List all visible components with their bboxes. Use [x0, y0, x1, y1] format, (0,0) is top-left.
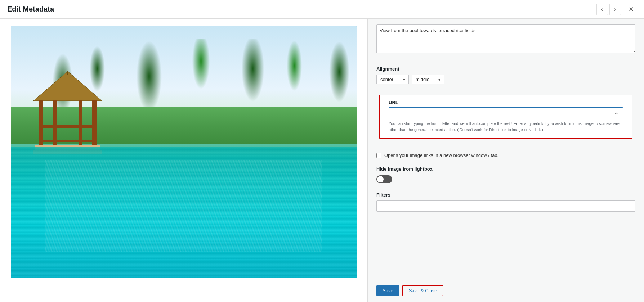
vertical-align-select[interactable]: middle top bottom none [412, 75, 444, 84]
description-section [368, 19, 644, 60]
app-container: Edit Metadata ‹ › ✕ [0, 0, 644, 302]
pool-scene [11, 26, 357, 278]
pool-water [11, 147, 357, 278]
lightbox-toggle-label: Hide image from lightbox [376, 166, 635, 172]
new-tab-row: Opens your image links in a new browser … [368, 149, 644, 162]
new-tab-checkbox[interactable] [376, 153, 381, 158]
url-input[interactable] [389, 108, 611, 118]
save-close-button[interactable]: Save & Close [402, 285, 444, 296]
gazebo [28, 71, 107, 154]
url-label: URL [389, 100, 623, 105]
form-footer: Save Save & Close [368, 279, 644, 302]
close-icon: ✕ [629, 5, 634, 13]
water-shimmer [45, 160, 322, 252]
lightbox-toggle[interactable] [376, 175, 392, 183]
filters-section: Filters [368, 188, 644, 217]
chevron-left-icon: ‹ [601, 6, 603, 13]
svg-rect-7 [39, 125, 97, 128]
toggle-knob [377, 176, 384, 182]
alignment-row: center left right none ▼ middle top bott… [376, 75, 635, 84]
vertical-align-wrapper: middle top bottom none ▼ [412, 75, 444, 84]
enter-icon: ↵ [611, 108, 623, 118]
alignment-label: Alignment [376, 66, 635, 72]
svg-rect-8 [39, 140, 97, 142]
chevron-right-icon: › [614, 6, 616, 13]
page-title: Edit Metadata [7, 5, 596, 13]
header-nav: ‹ › ✕ [596, 4, 637, 15]
next-button[interactable]: › [609, 4, 621, 15]
url-help-text: You can start typing the first 3 letter … [389, 121, 623, 132]
alignment-section: Alignment center left right none ▼ mi [368, 60, 644, 90]
horizontal-align-select[interactable]: center left right none [376, 75, 409, 84]
svg-marker-1 [33, 71, 102, 101]
url-input-wrapper: ↵ [389, 107, 623, 118]
url-section-outer: URL ↵ You can start typing the first 3 l… [368, 90, 644, 149]
header: Edit Metadata ‹ › ✕ [0, 0, 644, 19]
filters-label: Filters [376, 192, 635, 198]
close-button[interactable]: ✕ [625, 4, 637, 15]
filters-input[interactable] [376, 200, 635, 212]
horizontal-align-wrapper: center left right none ▼ [376, 75, 409, 84]
lightbox-toggle-section: Hide image from lightbox [368, 162, 644, 188]
metadata-panel: Alignment center left right none ▼ mi [367, 19, 644, 302]
image-preview [11, 26, 357, 278]
save-button[interactable]: Save [376, 285, 399, 296]
image-panel [0, 19, 367, 302]
new-tab-label: Opens your image links in a new browser … [384, 153, 498, 158]
url-section: URL ↵ You can start typing the first 3 l… [379, 95, 632, 139]
main-content: Alignment center left right none ▼ mi [0, 19, 644, 302]
description-textarea[interactable] [376, 24, 635, 53]
prev-button[interactable]: ‹ [596, 4, 608, 15]
